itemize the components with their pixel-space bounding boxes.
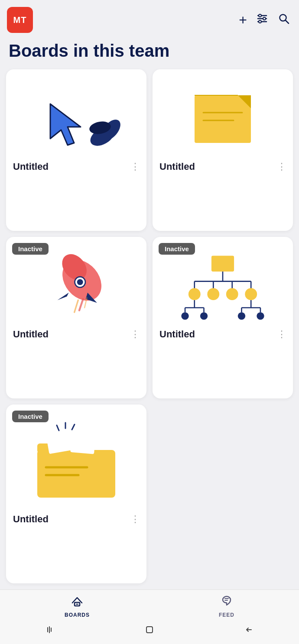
board-card-5[interactable]: Inactive Untitled ⋮ [6,405,146,583]
svg-point-4 [263,17,266,20]
board-card-footer-1: Untitled ⋮ [6,156,146,178]
svg-point-42 [200,312,208,320]
svg-line-57 [72,424,75,430]
svg-line-55 [57,425,59,430]
svg-point-40 [181,312,188,320]
add-icon[interactable]: + [239,12,247,28]
board-card-footer-3: Untitled ⋮ [6,324,146,346]
board-card-4[interactable]: Inactive [153,237,293,398]
nav-boards[interactable]: BOARDS [65,594,90,618]
inactive-badge-4: Inactive [159,243,195,255]
svg-point-32 [207,288,219,300]
board-title-1: Untitled [13,161,49,172]
board-image-1 [6,69,146,156]
svg-line-7 [286,20,289,23]
board-image-5: Inactive [6,405,146,508]
boards-label: BOARDS [65,612,90,618]
board-title-2: Untitled [159,161,195,172]
home-icon[interactable] [144,624,155,638]
more-options-5[interactable]: ⋮ [130,514,140,525]
board-image-3: Inactive [6,237,146,324]
nav-feed[interactable]: FEED [219,594,234,618]
board-image-4: Inactive [153,237,293,324]
board-title-5: Untitled [13,514,49,525]
board-title-3: Untitled [13,329,49,340]
svg-point-48 [257,312,264,320]
svg-rect-12 [195,95,251,143]
svg-line-24 [75,300,78,312]
board-card-footer-5: Untitled ⋮ [6,508,146,531]
board-card-footer-4: Untitled ⋮ [153,324,293,346]
more-options-1[interactable]: ⋮ [130,161,140,172]
recents-icon[interactable] [244,624,255,638]
svg-rect-26 [211,256,234,272]
svg-rect-54 [70,433,96,454]
header-icons: + [239,12,290,28]
inactive-badge-5: Inactive [12,411,49,422]
avatar[interactable]: MT [7,7,33,33]
page-title: Boards in this team [0,36,299,69]
svg-line-23 [79,299,83,310]
back-icon[interactable] [44,624,55,638]
boards-grid: Untitled ⋮ Untitled ⋮ Inactive [0,69,299,589]
svg-point-46 [238,312,245,320]
board-card-2[interactable]: Untitled ⋮ [153,69,293,231]
feed-label: FEED [219,612,234,618]
search-icon[interactable] [277,12,290,28]
svg-rect-65 [146,627,153,633]
svg-rect-49 [37,450,115,498]
bottom-nav: BOARDS FEED [0,589,299,620]
board-title-4: Untitled [159,329,195,340]
svg-rect-53 [46,430,73,454]
board-card-footer-2: Untitled ⋮ [153,156,293,178]
board-card-3[interactable]: Inactive Untitled ⋮ [6,237,146,398]
svg-point-30 [188,288,201,300]
svg-point-3 [259,14,261,17]
svg-point-36 [245,288,257,300]
svg-marker-22 [58,293,69,300]
board-card-1[interactable]: Untitled ⋮ [6,69,146,231]
more-options-4[interactable]: ⋮ [277,329,287,340]
more-options-3[interactable]: ⋮ [130,329,140,340]
svg-marker-8 [50,104,81,145]
svg-point-20 [77,279,83,285]
feed-icon [220,594,233,610]
system-bar [0,620,299,644]
svg-point-5 [259,20,261,23]
more-options-2[interactable]: ⋮ [277,161,287,172]
boards-icon [71,594,84,610]
filter-icon[interactable] [256,12,269,28]
header: MT + [0,0,299,36]
board-image-2 [153,69,293,156]
inactive-badge-3: Inactive [12,243,49,255]
svg-point-34 [226,288,238,300]
